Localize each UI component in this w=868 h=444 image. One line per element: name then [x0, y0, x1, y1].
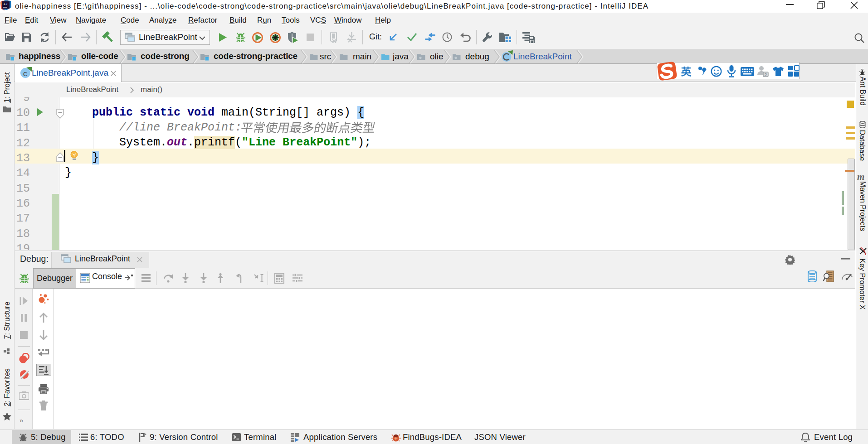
- svg-text:IJ: IJ: [3, 2, 8, 6]
- svg-text:c: c: [23, 70, 28, 78]
- svg-text:2: 2: [765, 72, 767, 77]
